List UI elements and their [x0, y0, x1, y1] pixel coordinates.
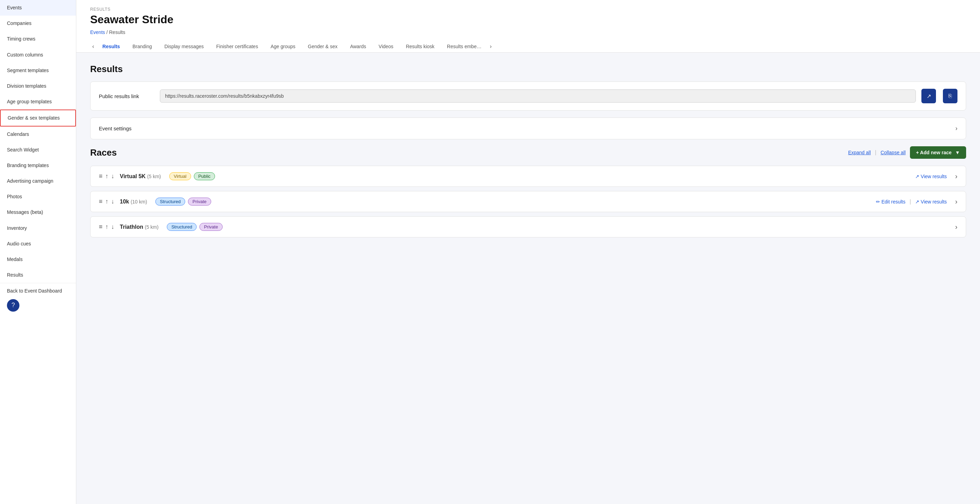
hamburger-icon[interactable]: ≡: [99, 223, 103, 231]
results-section-title: Results: [90, 64, 966, 75]
sidebar-item-search-widget[interactable]: Search Widget: [0, 142, 76, 158]
sidebar-item-messages-beta[interactable]: Messages (beta): [0, 205, 76, 220]
tab-nav-right[interactable]: ›: [488, 41, 493, 52]
add-race-label: + Add new race: [916, 150, 952, 155]
tab-nav-left[interactable]: ‹: [90, 41, 96, 52]
race-actions: ✏ Edit results|↗ View results›: [876, 197, 958, 205]
open-link-button[interactable]: ↗: [921, 89, 936, 103]
sidebar-item-branding-templates[interactable]: Branding templates: [0, 158, 76, 173]
move-up-icon[interactable]: ↑: [105, 223, 108, 231]
race-actions: ↗ View results›: [915, 172, 958, 180]
move-down-icon[interactable]: ↓: [111, 223, 115, 231]
race-view-results-link[interactable]: ↗ View results: [915, 174, 947, 179]
sidebar-item-back[interactable]: Back to Event Dashboard: [0, 283, 76, 299]
tab-gender-sex[interactable]: Gender & sex: [302, 41, 344, 52]
page-header: RESULTS Seawater Stride Events / Results…: [76, 0, 980, 53]
collapse-all-button[interactable]: Collapse all: [880, 150, 905, 155]
race-view-results-link[interactable]: ↗ View results: [915, 199, 947, 205]
tab-display-messages[interactable]: Display messages: [158, 41, 210, 52]
race-edit-results-link[interactable]: ✏ Edit results: [876, 199, 905, 205]
pipe-divider: |: [875, 149, 876, 156]
copy-link-button[interactable]: ⎘: [943, 89, 958, 103]
event-settings-label: Event settings: [99, 126, 131, 131]
breadcrumb-current: Results: [109, 29, 125, 35]
races-section-title: Races: [90, 147, 117, 158]
tab-results-kiosk[interactable]: Results kiosk: [399, 41, 441, 52]
external-link-icon: ↗: [927, 93, 931, 100]
tab-age-groups[interactable]: Age groups: [264, 41, 302, 52]
results-link-label: Public results link: [99, 93, 154, 99]
copy-icon: ⎘: [948, 93, 952, 99]
results-link-row: Public results link ↗ ⎘: [91, 82, 966, 110]
tab-finisher-certificates[interactable]: Finisher certificates: [210, 41, 265, 52]
breadcrumb-events-link[interactable]: Events: [90, 29, 105, 35]
results-link-input[interactable]: [160, 89, 916, 103]
race-row: ≡↑↓Triathlon (5 km)StructuredPrivate›: [90, 216, 966, 237]
race-distance: (5 km): [145, 224, 159, 230]
action-icon: ↗: [915, 199, 919, 205]
add-new-race-button[interactable]: + Add new race ▼: [910, 146, 966, 159]
race-row-icons: ≡↑↓: [99, 173, 115, 180]
badge-private: Private: [188, 197, 211, 205]
race-row-icons: ≡↑↓: [99, 223, 115, 231]
race-row-icons: ≡↑↓: [99, 198, 115, 205]
race-chevron-icon[interactable]: ›: [955, 223, 958, 231]
sidebar-item-companies[interactable]: Companies: [0, 16, 76, 31]
badge-structured: Structured: [155, 197, 185, 205]
page-title: Seawater Stride: [90, 13, 966, 26]
race-badges: StructuredPrivate: [167, 223, 222, 231]
event-settings-row[interactable]: Event settings ›: [91, 118, 966, 139]
race-row: ≡↑↓Virtual 5K (5 km)VirtualPublic↗ View …: [90, 166, 966, 187]
sidebar-item-gender-sex-templates[interactable]: Gender & sex templates: [0, 110, 76, 126]
hamburger-icon[interactable]: ≡: [99, 173, 103, 180]
sidebar-fab-button[interactable]: ?: [7, 299, 19, 312]
sidebar-item-advertising-campaign[interactable]: Advertising campaign: [0, 173, 76, 189]
sidebar-item-segment-templates[interactable]: Segment templates: [0, 63, 76, 78]
main-content: RESULTS Seawater Stride Events / Results…: [76, 0, 980, 504]
race-badges: VirtualPublic: [169, 172, 215, 180]
move-down-icon[interactable]: ↓: [111, 173, 115, 180]
chevron-right-icon: ›: [955, 125, 958, 132]
race-row: ≡↑↓10k (10 km)StructuredPrivate✏ Edit re…: [90, 191, 966, 212]
dropdown-arrow-icon: ▼: [955, 150, 960, 155]
sidebar-item-custom-columns[interactable]: Custom columns: [0, 47, 76, 63]
move-up-icon[interactable]: ↑: [105, 173, 108, 180]
badge-structured: Structured: [167, 223, 197, 231]
sidebar-item-timing-crews[interactable]: Timing crews: [0, 31, 76, 47]
move-down-icon[interactable]: ↓: [111, 198, 115, 205]
expand-all-button[interactable]: Expand all: [848, 150, 871, 155]
badge-private: Private: [199, 223, 222, 231]
sidebar-item-audio-cues[interactable]: Audio cues: [0, 236, 76, 252]
sidebar-item-results[interactable]: Results: [0, 267, 76, 283]
content-area: Results Public results link ↗ ⎘ Event se…: [76, 53, 980, 253]
race-chevron-icon[interactable]: ›: [955, 172, 958, 180]
public-results-link-card: Public results link ↗ ⎘: [90, 81, 966, 111]
sidebar-item-age-group-templates[interactable]: Age group templates: [0, 94, 76, 110]
sidebar-item-calendars[interactable]: Calendars: [0, 127, 76, 142]
sidebar-item-division-templates[interactable]: Division templates: [0, 78, 76, 94]
tab-results-embed[interactable]: Results embe…: [441, 41, 488, 52]
tab-branding[interactable]: Branding: [126, 41, 158, 52]
tab-videos[interactable]: Videos: [372, 41, 400, 52]
race-distance: (10 km): [131, 199, 147, 205]
sidebar-item-inventory[interactable]: Inventory: [0, 221, 76, 236]
sidebar-item-medals[interactable]: Medals: [0, 252, 76, 267]
tab-awards[interactable]: Awards: [344, 41, 372, 52]
results-label: RESULTS: [90, 7, 966, 12]
race-name: Virtual 5K (5 km): [120, 173, 161, 180]
tabs-container: ‹ ResultsBrandingDisplay messagesFinishe…: [90, 41, 966, 52]
sidebar: EventsCompaniesTiming crewsCustom column…: [0, 0, 76, 504]
races-actions: Expand all | Collapse all + Add new race…: [848, 146, 966, 159]
action-icon: ↗: [915, 174, 919, 179]
race-chevron-icon[interactable]: ›: [955, 197, 958, 205]
action-icon: ✏: [876, 199, 880, 205]
sidebar-item-photos[interactable]: Photos: [0, 189, 76, 205]
event-settings-card[interactable]: Event settings ›: [90, 118, 966, 139]
race-name: 10k (10 km): [120, 199, 147, 205]
action-divider: |: [910, 199, 911, 205]
tab-results[interactable]: Results: [96, 41, 126, 52]
hamburger-icon[interactable]: ≡: [99, 198, 103, 205]
move-up-icon[interactable]: ↑: [105, 198, 108, 205]
race-name: Triathlon (5 km): [120, 224, 159, 230]
sidebar-item-events[interactable]: Events: [0, 0, 76, 16]
